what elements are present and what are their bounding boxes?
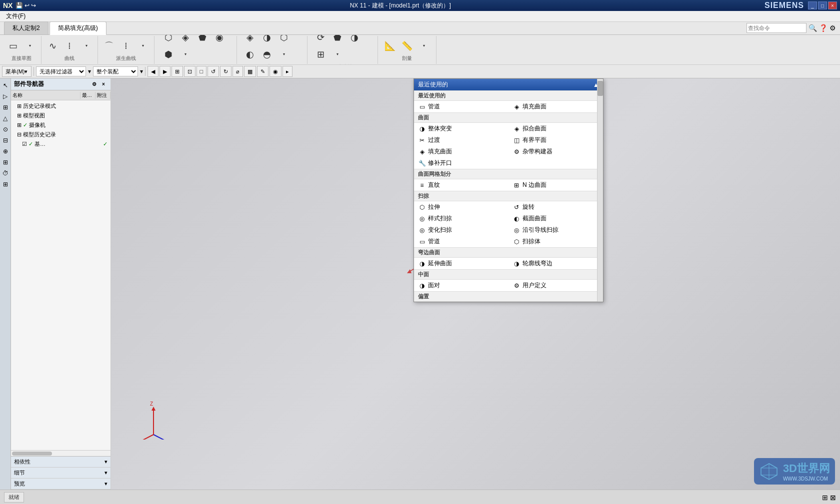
undo-icon[interactable]: ↩ (24, 2, 30, 9)
dd-item-extend-surface[interactable]: ◑ 延伸曲面 (414, 258, 508, 269)
feature-btn5[interactable]: ⬢ (160, 46, 176, 62)
analysis-dropdown-btn[interactable]: ▾ (416, 38, 432, 54)
sync-btn2[interactable]: ⬟ (330, 35, 346, 45)
panel-dependency[interactable]: 相依性 ▾ (11, 457, 110, 468)
sketch-dropdown-btn[interactable]: ▾ (22, 38, 38, 54)
dd-item-n-side[interactable]: ⊞ N 边曲面 (508, 179, 603, 191)
surface-dropdown-btn[interactable]: ▾ (276, 46, 292, 62)
surface-btn4[interactable]: ◐ (242, 46, 258, 62)
sidebar-scrollbar-thumb[interactable] (12, 452, 52, 456)
search-input[interactable] (746, 23, 806, 33)
edit-btn[interactable]: ✎ (257, 66, 268, 77)
left-icon-5[interactable]: ⊟ (0, 135, 10, 145)
feature-btn2[interactable]: ◈ (178, 35, 194, 45)
close-button[interactable]: × (828, 1, 837, 9)
settings-icon[interactable]: ⚙ (830, 24, 836, 32)
dd-item-sweep-body[interactable]: ⬡ 扫掠体 (508, 236, 603, 247)
sync-btn1[interactable]: ⟳ (312, 35, 328, 45)
nav-back-btn[interactable]: ◀ (148, 66, 158, 77)
derived-more-btn[interactable]: ⁞ (118, 38, 134, 54)
dd-item-bounded-plane[interactable]: ◫ 有界平面 (508, 134, 603, 146)
dd-item-var-sweep[interactable]: ◎ 变化扫掠 (414, 224, 508, 236)
help-icon[interactable]: ❓ (819, 24, 828, 32)
maximize-button[interactable]: □ (818, 1, 827, 9)
left-icon-9[interactable]: ⊞ (0, 179, 10, 189)
surface-btn5[interactable]: ◓ (259, 46, 275, 62)
left-icon-8[interactable]: ⏱ (0, 168, 10, 178)
dd-item-fill-surface[interactable]: ◈ 填充曲面 (508, 101, 603, 112)
dd-item-tube[interactable]: ▭ 管道 (414, 236, 508, 247)
menu-btn[interactable]: 菜单(M)▾ (2, 66, 32, 77)
dd-item-global-deform[interactable]: ◑ 整体突变 (414, 123, 508, 134)
dd-item-pipe[interactable]: ▭ 管道 (414, 101, 508, 112)
dd-item-strip-builder[interactable]: ⚙ 杂带构建器 (508, 146, 603, 157)
feature-dropdown-btn[interactable]: ▾ (178, 46, 194, 62)
dd-item-patch[interactable]: 🔧 修补开口 (414, 157, 508, 169)
surface-btn1[interactable]: ◈ (242, 35, 258, 45)
feature-btn4[interactable]: ◉ (212, 35, 228, 45)
analysis-btn2[interactable]: 📏 (399, 38, 415, 54)
tree-item-history-mode[interactable]: ⊞ 历史记录模式 (12, 101, 110, 111)
sidebar-settings-icon[interactable]: ⚙ (90, 80, 98, 88)
tab-custom[interactable]: 私人定制2 (4, 21, 48, 34)
dd-item-contour-bend[interactable]: ◑ 轮廓线弯边 (508, 258, 603, 269)
nav-fwd-btn[interactable]: ▶ (160, 66, 170, 77)
sync-btn4[interactable]: ⊞ (312, 46, 328, 62)
scrollbar-thumb[interactable] (598, 81, 603, 96)
left-icon-4[interactable]: ⊙ (0, 124, 10, 134)
bottom-icon2[interactable]: ⊠ (830, 494, 836, 502)
save-icon[interactable]: 💾 (16, 2, 23, 9)
minimize-button[interactable]: _ (808, 1, 817, 9)
dd-item-guide-sweep[interactable]: ◎ 沿引导线扫掠 (508, 224, 603, 236)
viewport[interactable]: 最近使用的 ▲ 最近使用的 ▭ 管道 ◈ 填充曲面 曲面 (111, 78, 840, 490)
play-btn[interactable]: ▸ (282, 66, 292, 77)
dd-item-extrude[interactable]: ⬡ 拉伸 (414, 201, 508, 213)
left-icon-6[interactable]: ⊕ (0, 146, 10, 156)
feature-btn3[interactable]: ⬟ (194, 35, 210, 45)
derived-btn[interactable]: ⌒ (101, 38, 117, 54)
dd-item-fit-surface[interactable]: ◈ 拟合曲面 (508, 123, 603, 134)
grid-btn[interactable]: ▦ (244, 66, 256, 77)
tree-item-camera[interactable]: ⊞ ✓ 摄像机 (12, 120, 110, 130)
direct-sketch-btn[interactable]: ▭ (5, 38, 21, 54)
assembly-select[interactable]: 整个装配 (93, 66, 138, 76)
panel-preview[interactable]: 预览 ▾ (11, 479, 110, 490)
zoom-fit-btn[interactable]: ⊡ (184, 66, 196, 77)
dd-item-section-surface[interactable]: ◐ 截面曲面 (508, 213, 603, 224)
view-btn1[interactable]: □ (196, 66, 207, 77)
filter-select[interactable]: 无选择过滤器 (36, 66, 86, 76)
dd-item-fill-surface2[interactable]: ◈ 填充曲面 (414, 146, 508, 157)
dropdown-scrollbar[interactable] (597, 79, 603, 302)
tree-item-model-history[interactable]: ⊟ 模型历史记录 (12, 130, 110, 139)
sync-btn3[interactable]: ◑ (346, 35, 362, 45)
feature-btn1[interactable]: ⬡ (160, 35, 176, 45)
sidebar-scrollbar[interactable] (11, 450, 110, 456)
derived-dropdown-btn[interactable]: ▾ (135, 38, 151, 54)
tree-item-base[interactable]: ☑ ✓ 基… ✓ (12, 139, 110, 149)
left-icon-1[interactable]: ▷ (0, 91, 10, 101)
rotate-btn[interactable]: ↻ (220, 66, 232, 77)
redo-icon[interactable]: ↪ (31, 2, 36, 9)
curve-btn[interactable]: ∿ (44, 38, 60, 54)
dd-item-user-defined[interactable]: ⚙ 用户定义 (508, 280, 603, 291)
dd-item-revolve[interactable]: ↺ 旋转 (508, 201, 603, 213)
tab-fill-advanced[interactable]: 简易填充(高级) (50, 21, 106, 35)
dd-item-transition[interactable]: ✂ 过渡 (414, 134, 508, 146)
tree-item-model-views[interactable]: ⊞ 模型视图 (12, 111, 110, 120)
bottom-icon1[interactable]: ⊞ (822, 494, 828, 502)
select-all-btn[interactable]: ⊞ (172, 66, 183, 77)
dd-item-face-pair[interactable]: ◑ 面对 (414, 280, 508, 291)
left-icon-3[interactable]: △ (0, 113, 10, 123)
dd-item-ruled[interactable]: ≡ 直纹 (414, 179, 508, 191)
left-icon-2[interactable]: ⊞ (0, 102, 10, 112)
surface-btn3[interactable]: ⬡ (276, 35, 292, 45)
snap-btn[interactable]: ⌀ (232, 66, 243, 77)
sidebar-close-icon[interactable]: × (100, 80, 108, 88)
measure-btn[interactable]: ◉ (270, 66, 282, 77)
refresh-btn[interactable]: ↺ (208, 66, 219, 77)
curve-dropdown-btn[interactable]: ▾ (78, 38, 94, 54)
left-icon-7[interactable]: ⊞ (0, 157, 10, 167)
file-menu[interactable]: 文件(F) (2, 11, 30, 21)
search-icon[interactable]: 🔍 (808, 24, 817, 32)
panel-detail[interactable]: 细节 ▾ (11, 468, 110, 479)
